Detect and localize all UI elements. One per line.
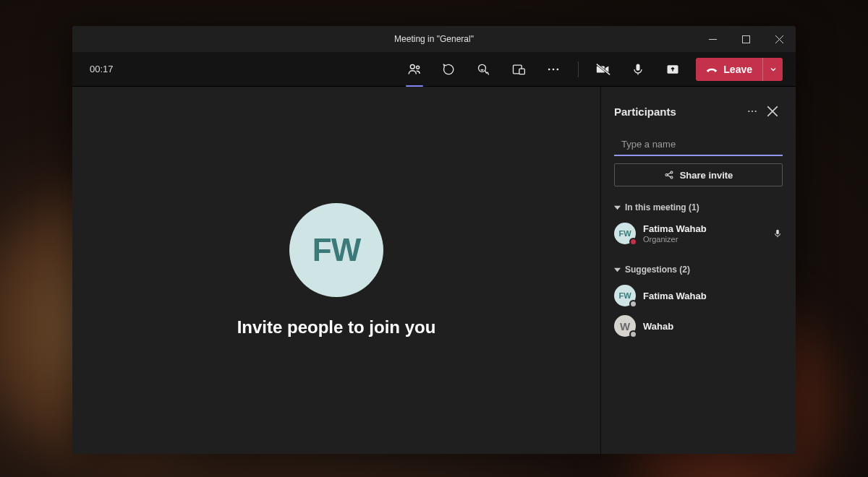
- share-screen-icon: [665, 62, 680, 77]
- panel-more-button[interactable]: [742, 101, 762, 121]
- svg-rect-0: [742, 35, 749, 43]
- status-offline-icon: [629, 330, 637, 338]
- share-screen-button[interactable]: [658, 55, 687, 84]
- suggestion-row[interactable]: W Wahab: [614, 311, 783, 341]
- svg-point-13: [755, 111, 757, 112]
- maximize-icon: [742, 35, 750, 43]
- status-busy-icon: [629, 238, 637, 246]
- suggestions-label: Suggestions (2): [625, 265, 690, 275]
- svg-point-8: [557, 68, 559, 70]
- suggestion-name: Fatima Wahab: [643, 291, 783, 301]
- svg-rect-17: [776, 230, 779, 234]
- reactions-button[interactable]: [469, 55, 498, 84]
- svg-point-3: [479, 64, 486, 72]
- leave-label: Leave: [723, 64, 752, 75]
- camera-button[interactable]: [589, 55, 618, 84]
- suggestion-name: Wahab: [643, 321, 783, 332]
- titlebar: Meeting in "General": [72, 26, 796, 52]
- mic-on-icon: [773, 228, 783, 239]
- suggestions-section-toggle[interactable]: Suggestions (2): [614, 265, 783, 275]
- window-title: Meeting in "General": [172, 34, 696, 44]
- chevron-down-icon: [769, 65, 778, 74]
- status-offline-icon: [629, 300, 637, 308]
- rooms-icon: [511, 62, 526, 77]
- svg-point-7: [553, 68, 555, 70]
- ellipsis-icon: [546, 62, 561, 77]
- minimize-button[interactable]: [696, 26, 729, 52]
- participant-row[interactable]: FW Fatima Wahab Organizer: [614, 218, 783, 249]
- camera-off-icon: [595, 61, 611, 77]
- close-icon: [775, 35, 783, 43]
- svg-point-2: [417, 66, 420, 69]
- meeting-timer: 00:17: [90, 64, 114, 74]
- meeting-stage: FW Invite people to join you: [72, 87, 600, 454]
- participant-role: Organizer: [643, 235, 765, 244]
- participant-search-input[interactable]: [614, 133, 783, 156]
- svg-point-12: [752, 111, 753, 112]
- mic-icon: [631, 62, 645, 77]
- share-icon: [664, 170, 674, 180]
- invite-prompt: Invite people to join you: [237, 317, 436, 338]
- chat-button[interactable]: [435, 55, 464, 84]
- meeting-window: Meeting in "General" 00:17: [72, 26, 796, 454]
- caret-down-icon: [614, 267, 621, 273]
- mic-button[interactable]: [624, 55, 652, 84]
- reactions-icon: [477, 62, 491, 77]
- participants-icon: [407, 61, 422, 77]
- chat-icon: [442, 62, 456, 77]
- avatar: FW: [614, 285, 636, 306]
- meeting-toolbar: 00:17: [72, 52, 796, 87]
- svg-point-1: [411, 64, 415, 69]
- svg-point-11: [748, 111, 749, 112]
- share-invite-button[interactable]: Share invite: [614, 163, 783, 186]
- divider: [578, 61, 579, 77]
- caret-down-icon: [614, 205, 621, 211]
- close-button[interactable]: [762, 26, 796, 52]
- in-meeting-section-toggle[interactable]: In this meeting (1): [614, 202, 783, 212]
- in-meeting-label: In this meeting (1): [625, 202, 699, 212]
- hangup-icon: [706, 64, 718, 75]
- avatar: W: [614, 315, 636, 337]
- share-invite-label: Share invite: [680, 170, 733, 181]
- maximize-button[interactable]: [729, 26, 762, 52]
- ellipsis-icon: [746, 106, 758, 117]
- panel-close-button[interactable]: [762, 101, 783, 121]
- leave-menu-button[interactable]: [762, 58, 783, 81]
- participants-button[interactable]: [400, 55, 429, 84]
- more-actions-button[interactable]: [539, 55, 568, 84]
- participants-panel: Participants Share invite: [600, 87, 796, 454]
- avatar: FW: [614, 223, 636, 244]
- svg-rect-5: [519, 69, 525, 74]
- minimize-icon: [709, 35, 717, 43]
- rooms-button[interactable]: [504, 55, 533, 84]
- avatar-initials: FW: [312, 232, 360, 268]
- leave-button[interactable]: Leave: [696, 58, 762, 81]
- participant-name: Fatima Wahab: [643, 223, 765, 234]
- self-avatar: FW: [289, 203, 383, 297]
- svg-rect-9: [637, 64, 640, 70]
- close-icon: [767, 106, 778, 116]
- suggestion-row[interactable]: FW Fatima Wahab: [614, 280, 783, 311]
- svg-point-6: [548, 68, 550, 70]
- panel-title: Participants: [614, 106, 742, 118]
